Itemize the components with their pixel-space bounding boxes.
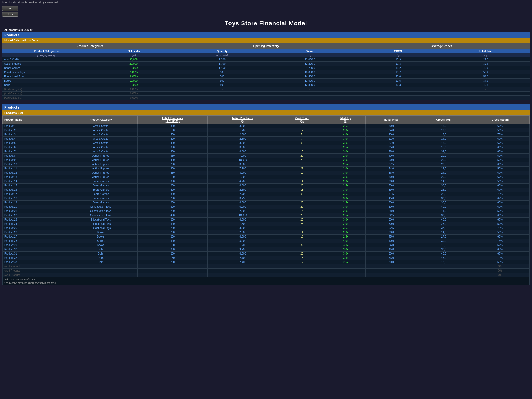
table-cell: Product 27 — [3, 235, 64, 239]
table-cell: 30,0 — [417, 201, 471, 205]
table-cell: 45,0 — [366, 247, 417, 252]
table-cell: 10.000 — [208, 158, 278, 162]
col-group-row: Product Categories Product Categories Sa… — [2, 43, 530, 57]
cat-row-8: (Add Category)0,00%---- — [2, 91, 530, 95]
cat-row-2: Board Games15,00%1.45021.250,015,240,6 — [2, 66, 530, 70]
table-cell: Product 14 — [3, 179, 64, 184]
products-table: Product Name Product Category Initial Pu… — [2, 115, 530, 285]
cat-cell: 15,2 — [354, 66, 442, 70]
table-cell: 40,0 — [417, 205, 471, 209]
table-cell: 67% — [471, 171, 529, 175]
table-cell: 250 — [138, 247, 208, 252]
cat-cell: 12,00% — [90, 83, 178, 87]
table-cell: Action Figures — [64, 158, 138, 162]
th-gross-profit: Gross Profit — [417, 116, 471, 124]
table-cell: 25,0 — [417, 158, 471, 162]
th-initial-purchases-units: Initial Purchases(# of Units) — [138, 116, 208, 124]
table-cell — [278, 264, 326, 269]
table-cell: 200 — [138, 252, 208, 256]
cat-cell: - — [354, 87, 442, 91]
table-cell: 150 — [138, 175, 208, 179]
table-row: Product 4Arts & Crafts4002.80073,0x21,01… — [3, 137, 530, 141]
cat-row-4: Educational Toys8,00%70014.500,020,054,2 — [2, 74, 530, 78]
products-header-row: Product Name Product Category Initial Pu… — [3, 116, 530, 124]
table-cell: 60,0 — [366, 218, 417, 222]
table-cell: 26,0 — [417, 188, 471, 192]
table-cell: 7 — [278, 137, 326, 141]
table-cell: 20 — [278, 201, 326, 205]
th-gross-margin: Gross Margin — [471, 116, 529, 124]
table-cell: 2,5x — [326, 213, 366, 218]
table-cell: 63,0 — [366, 256, 417, 260]
table-cell: 200 — [138, 162, 208, 167]
table-cell: 2.500 — [208, 132, 278, 137]
table-cell: Product 31 — [3, 252, 64, 256]
table-cell: Product 30 — [3, 247, 64, 252]
table-cell: 28,0 — [366, 230, 417, 235]
table-cell: 30,0 — [366, 260, 417, 264]
table-cell — [326, 273, 366, 277]
table-cell: 10 — [278, 239, 326, 243]
home-button[interactable]: Home — [2, 12, 18, 17]
table-cell: 25 — [278, 213, 326, 218]
table-cell: Product 25 — [3, 226, 64, 230]
col-group-header-3: Average Prices — [354, 43, 530, 49]
cat-cell: 1.450 — [178, 66, 266, 70]
cat-row-1: Action Figures20,00%1.70032.200,017,339,… — [2, 61, 530, 66]
table-cell: 50% — [471, 179, 529, 184]
cat-cell: 30,00% — [90, 57, 178, 61]
section2-subheader: Products List — [2, 110, 530, 115]
table-cell: 36,0 — [366, 171, 417, 175]
table-cell: 200 — [138, 201, 208, 205]
products-table-wrapper: Product Name Product Category Initial Pu… — [2, 115, 530, 285]
table-row: Product 6Arts & Crafts3003.000102,5x25,0… — [3, 145, 530, 149]
table-cell: 3.000 — [208, 226, 278, 230]
table-cell: 2,0x — [326, 230, 366, 235]
table-cell — [278, 273, 326, 277]
table-cell: Educational Toys — [64, 218, 138, 222]
table-cell: Product 10 — [3, 162, 64, 167]
table-cell: Product 6 — [3, 145, 64, 149]
col-unit-num-units: (# of Units) — [178, 53, 266, 57]
table-cell: 7.000 — [208, 154, 278, 158]
table-cell — [64, 273, 138, 277]
table-cell: 350 — [138, 154, 208, 158]
table-cell: Product 11 — [3, 167, 64, 171]
table-cell: Product 12 — [3, 171, 64, 175]
cat-cell: 16,3 — [354, 83, 442, 87]
table-cell: 14 — [278, 230, 326, 235]
table-cell: Product 18 — [3, 196, 64, 201]
table-cell: 25,0 — [417, 222, 471, 226]
table-cell: 3,0x — [326, 196, 366, 201]
table-cell: 3,5x — [326, 226, 366, 230]
cat-cell: 900 — [178, 79, 266, 83]
table-cell — [138, 273, 208, 277]
table-row: Product 26Books2002.800142,0x28,014,050% — [3, 230, 530, 235]
th-cost-per-unit: Cost / Unit($) — [278, 116, 326, 124]
top-button[interactable]: Top — [2, 6, 18, 11]
table-cell: 27,0 — [366, 141, 417, 145]
top-bar: © Profit Vision Financial Services. All … — [0, 0, 532, 18]
table-cell: 14,0 — [417, 179, 471, 184]
table-cell: 60% — [471, 162, 529, 167]
table-cell: 3,0x — [326, 188, 366, 192]
table-cell: 300 — [138, 145, 208, 149]
table-cell: 2,0x — [326, 128, 366, 132]
table-cell: 40,0 — [417, 218, 471, 222]
table-cell: 40,0 — [417, 252, 471, 256]
table-cell: 21,0 — [366, 137, 417, 141]
cat-cell: Books — [2, 79, 90, 83]
table-cell: 27,0 — [417, 235, 471, 239]
table-cell: 32,0 — [417, 149, 471, 154]
table-cell: 18,0 — [417, 124, 471, 128]
table-cell: 2.800 — [208, 209, 278, 213]
table-cell: 200 — [138, 230, 208, 235]
table-cell: 15 — [278, 196, 326, 201]
table-cell: 350 — [138, 167, 208, 171]
table-cell: 50,0 — [366, 201, 417, 205]
cat-row-3: Construction Toys5,00%90018.800,019,750,… — [2, 70, 530, 74]
cat-cell: Educational Toys — [2, 74, 90, 78]
page-title: Toys Store Financial Model — [0, 18, 532, 28]
table-cell: 3.000 — [208, 239, 278, 243]
table-cell: 67% — [471, 247, 529, 252]
